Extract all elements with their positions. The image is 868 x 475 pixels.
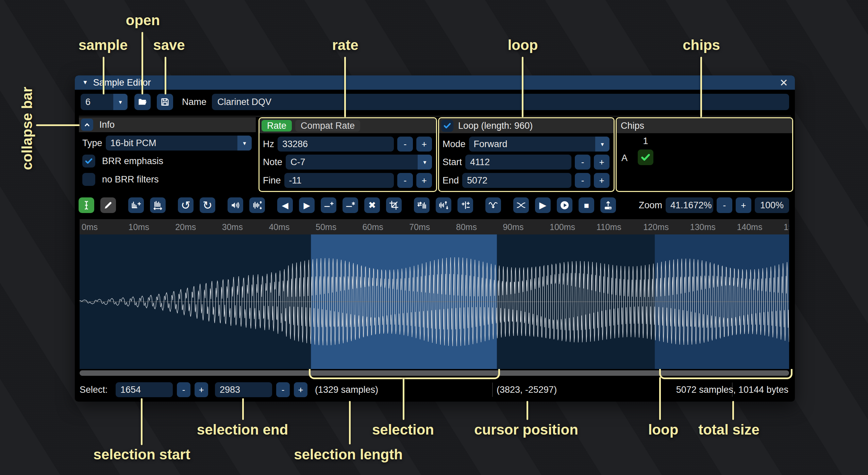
- annotation-sample: sample: [79, 37, 128, 53]
- hz-plus-button[interactable]: +: [416, 137, 432, 152]
- selection-end-input[interactable]: 2983: [215, 382, 272, 397]
- fade-in-icon: ◀: [282, 201, 288, 210]
- filter-button[interactable]: [485, 197, 501, 213]
- fade-in-button[interactable]: ◀: [277, 197, 293, 213]
- ruler-tick-label: 30ms: [222, 222, 243, 232]
- fade-out-button[interactable]: ▶: [299, 197, 315, 213]
- loop-start-input[interactable]: 4112: [465, 155, 571, 170]
- adjust-sign-button[interactable]: [457, 197, 473, 213]
- close-icon[interactable]: ✕: [780, 77, 788, 89]
- chevron-down-icon[interactable]: ▼: [418, 155, 432, 170]
- zoom-in-button[interactable]: +: [736, 197, 751, 213]
- crossfade-button[interactable]: [513, 197, 529, 213]
- hz-input[interactable]: 33286: [278, 137, 394, 152]
- info-header: Info: [79, 117, 256, 132]
- undo-button[interactable]: ↺: [178, 197, 194, 213]
- annotation-line-cursor-position: [527, 401, 528, 420]
- annotation-line-selection-length: [349, 401, 351, 444]
- collapse-bar-button[interactable]: [81, 119, 93, 131]
- ruler[interactable]: 0ms10ms20ms30ms40ms50ms60ms70ms80ms90ms1…: [80, 219, 789, 234]
- play-preview-button[interactable]: ▶: [535, 197, 551, 213]
- play-sample-button[interactable]: [557, 197, 572, 213]
- loop-end-row: End 5072 - +: [443, 173, 610, 188]
- loop-checkbox[interactable]: [441, 120, 453, 132]
- brr-emphasis-checkbox[interactable]: [82, 155, 95, 168]
- selection-end-plus-button[interactable]: +: [294, 382, 307, 397]
- fine-input[interactable]: -11: [284, 173, 394, 188]
- annotation-save: save: [153, 37, 185, 53]
- save-icon: [160, 97, 170, 107]
- invert-button[interactable]: [436, 197, 451, 213]
- normalize-button[interactable]: [249, 197, 265, 213]
- tab-compat-rate[interactable]: Compat Rate: [295, 120, 360, 131]
- resize-button[interactable]: [128, 197, 144, 213]
- chip-column-header: 1: [638, 136, 653, 146]
- annotation-selection-length: selection length: [294, 446, 403, 463]
- insert-silence-button[interactable]: [321, 197, 336, 213]
- zoom-input[interactable]: 41.1672%: [666, 197, 713, 213]
- ruler-tick-label: 110ms: [597, 222, 621, 232]
- waveform-stretch-icon: [153, 200, 163, 210]
- annotation-selection-end: selection end: [197, 422, 288, 438]
- note-value: C-7: [286, 155, 418, 170]
- selection-start-plus-button[interactable]: +: [195, 382, 208, 397]
- type-combo[interactable]: 16-bit PCM ▼: [106, 136, 252, 151]
- info-panel: Info Type 16-bit PCM ▼ BRR emphasis no: [79, 117, 256, 192]
- selection-start-minus-button[interactable]: -: [177, 382, 190, 397]
- check-icon: [640, 152, 651, 163]
- ruler-tick-label: 40ms: [269, 222, 289, 232]
- chevron-down-icon[interactable]: ▼: [237, 136, 252, 151]
- delete-button[interactable]: ✖: [364, 197, 380, 213]
- import-button[interactable]: [600, 197, 616, 213]
- amplify-button[interactable]: [228, 197, 243, 213]
- fine-minus-button[interactable]: -: [397, 173, 413, 188]
- line-star-icon: [345, 200, 355, 210]
- loop-start-plus-button[interactable]: +: [594, 155, 610, 170]
- hz-row: Hz 33286 - +: [263, 137, 432, 152]
- chip-enable-checkbox[interactable]: [638, 149, 653, 165]
- loop-end-minus-button[interactable]: -: [575, 173, 590, 188]
- edit-mode-select-button[interactable]: [79, 197, 94, 213]
- header-row: 6 ▼ Name Clarinet DQV: [81, 94, 789, 110]
- filter-wave-icon: [488, 200, 498, 210]
- chevron-down-icon[interactable]: ▼: [595, 137, 610, 152]
- tab-rate[interactable]: Rate: [262, 120, 292, 131]
- selection-end-minus-button[interactable]: -: [276, 382, 290, 397]
- line-plus-icon: [323, 200, 334, 210]
- loop-end-input[interactable]: 5072: [462, 173, 571, 188]
- edit-mode-draw-button[interactable]: [100, 197, 116, 213]
- ruler-tick-label: 90ms: [503, 222, 523, 232]
- zoom-reset-button[interactable]: 100%: [755, 197, 789, 213]
- name-input[interactable]: Clarinet DQV: [212, 94, 789, 110]
- loop-end-plus-button[interactable]: +: [594, 173, 610, 188]
- selection-start-input[interactable]: 1654: [116, 382, 173, 397]
- loop-start-minus-button[interactable]: -: [575, 155, 590, 170]
- annotation-line-loop-bottom: [659, 377, 661, 420]
- note-combo[interactable]: C-7 ▼: [286, 155, 432, 170]
- no-brr-filters-checkbox[interactable]: [82, 173, 95, 186]
- apply-silence-button[interactable]: [343, 197, 358, 213]
- zoom-out-button[interactable]: -: [717, 197, 732, 213]
- collapse-triangle-icon[interactable]: ▼: [82, 79, 88, 86]
- stop-preview-button[interactable]: ■: [579, 197, 594, 213]
- trim-button[interactable]: [386, 197, 402, 213]
- swap-arrows-icon: [417, 200, 427, 210]
- reverse-button[interactable]: [414, 197, 430, 213]
- save-sample-button[interactable]: [157, 94, 173, 110]
- import-icon: [603, 200, 613, 210]
- open-sample-button[interactable]: [134, 94, 151, 110]
- chevron-down-icon[interactable]: ▼: [113, 94, 128, 110]
- sample-select-combo[interactable]: 6 ▼: [81, 94, 128, 110]
- hz-minus-button[interactable]: -: [397, 137, 413, 152]
- resample-button[interactable]: [150, 197, 166, 213]
- mode-combo[interactable]: Forward ▼: [469, 137, 610, 152]
- waveform-display[interactable]: [80, 234, 789, 369]
- loop-end-value: 5072: [467, 175, 487, 186]
- chip-row-label: A: [621, 153, 628, 163]
- redo-button[interactable]: ↻: [200, 197, 215, 213]
- brr-emphasis-label: BRR emphasis: [102, 156, 163, 166]
- fine-plus-button[interactable]: +: [416, 173, 432, 188]
- title-bar[interactable]: ▼ Sample Editor ✕: [75, 75, 795, 90]
- annotation-line-rate: [344, 57, 346, 117]
- annotation-line-selection: [403, 378, 404, 420]
